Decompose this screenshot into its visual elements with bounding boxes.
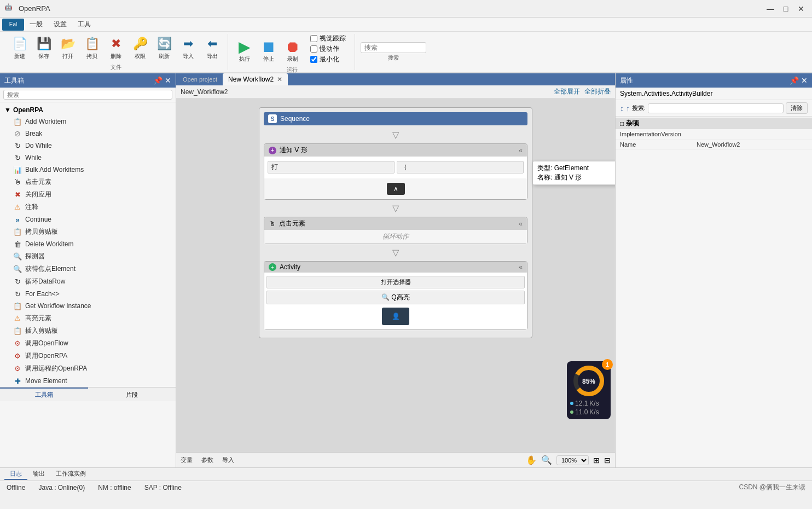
- ribbon-group-file: 📄 新建 💾 保存 📂 打开 📋 拷贝 ✖ 删除 🔑 权限: [4, 34, 228, 70]
- menu-item-general[interactable]: 一般: [24, 18, 48, 31]
- minimize-text: 最小化: [320, 55, 339, 64]
- zoom-icon[interactable]: 🔍: [541, 455, 552, 465]
- open-project-tab[interactable]: Open project: [178, 74, 222, 85]
- hand-icon[interactable]: ✋: [526, 455, 537, 465]
- highlight-button[interactable]: 🔍 Q高亮: [266, 291, 525, 304]
- variables-tab[interactable]: 变量: [181, 456, 193, 464]
- properties-search-input[interactable]: [648, 103, 784, 113]
- delete-button[interactable]: ✖ 删除: [105, 34, 127, 61]
- ribbon-search-input[interactable]: [361, 42, 426, 53]
- record-button[interactable]: ⏺ 录制: [282, 37, 304, 64]
- maximize-window-button[interactable]: □: [779, 3, 792, 14]
- new-workflow2-tab[interactable]: New Workflow2 ✕: [223, 73, 288, 85]
- copy-clipboard-icon: 📋: [13, 228, 22, 236]
- properties-header-icons: 📌 ✕: [790, 76, 808, 85]
- tree-item-while[interactable]: ↻ While: [0, 152, 176, 164]
- stop-button[interactable]: ⏹ 停止: [258, 37, 280, 64]
- notify-collapse-button[interactable]: ∧: [387, 183, 405, 195]
- tree-item-delete-workitem[interactable]: 🗑 Delete Workitem: [0, 238, 176, 250]
- notify-input-1[interactable]: 打: [268, 161, 395, 173]
- minimize-check-label[interactable]: 最小化: [310, 55, 346, 64]
- slow-motion-checkbox[interactable]: [310, 45, 317, 53]
- permission-button[interactable]: 🔑 权限: [129, 34, 151, 61]
- visual-trace-check-label[interactable]: 视觉跟踪: [310, 34, 346, 43]
- app-title: OpenRPA: [19, 4, 808, 13]
- tree-item-break[interactable]: ⊘ Break: [0, 128, 176, 140]
- tree-item-call-openrpa[interactable]: ⚙ 调用OpenRPA: [0, 350, 176, 362]
- tree-item-move-element[interactable]: ✚ Move Element: [0, 375, 176, 387]
- perf-percent-text: 85%: [582, 378, 595, 385]
- toolbox-pin-icon[interactable]: 📌: [153, 76, 163, 85]
- params-tab[interactable]: 参数: [201, 456, 213, 464]
- activity-title: Activity: [280, 263, 300, 271]
- toolbox-search-input[interactable]: [3, 90, 172, 100]
- visual-trace-checkbox[interactable]: [310, 35, 317, 42]
- tree-item-get-workflow-instance[interactable]: 📋 Get Workflow Instance: [0, 300, 176, 312]
- click-collapse-icon[interactable]: «: [519, 220, 523, 228]
- copy-button[interactable]: 📋 拷贝: [81, 34, 103, 61]
- imports-tab[interactable]: 导入: [222, 456, 234, 464]
- minimize-checkbox[interactable]: [310, 56, 317, 63]
- tree-item-loop-datarow[interactable]: ↻ 循环DataRow: [0, 275, 176, 288]
- notify-collapse-icon[interactable]: «: [519, 147, 523, 154]
- collapse-all-button[interactable]: 全部折叠: [584, 87, 611, 96]
- performance-widget: 1 85% 12.1 K/s 11.: [567, 361, 611, 419]
- properties-close-icon[interactable]: ✕: [801, 76, 808, 85]
- toolbox-tab-toolbox[interactable]: 工具箱: [0, 387, 88, 401]
- toolbox-tab-snippets[interactable]: 片段: [88, 387, 176, 401]
- tree-item-add-workitem[interactable]: 📋 Add Workitem: [0, 115, 176, 128]
- layout-icon-1[interactable]: ⊞: [593, 456, 600, 465]
- notify-input-2[interactable]: （: [397, 161, 524, 173]
- arrow-down-3: ▽: [264, 247, 527, 258]
- highlight-icon: ⚠: [13, 314, 22, 323]
- menu-item-tools[interactable]: 工具: [72, 18, 96, 31]
- close-window-button[interactable]: ✕: [794, 3, 808, 14]
- expand-all-button[interactable]: 全部展开: [554, 87, 580, 96]
- open-icon: 📂: [59, 35, 77, 53]
- refresh-button[interactable]: 🔄 刷新: [153, 34, 175, 61]
- workflow-actions: 全部展开 全部折叠: [554, 87, 611, 96]
- tree-item-call-openflow[interactable]: ⚙ 调用OpenFlow: [0, 337, 176, 350]
- workflow-instances-tab[interactable]: 工作流实例: [50, 468, 91, 480]
- slow-motion-check-label[interactable]: 慢动作: [310, 44, 346, 54]
- import-button[interactable]: ➡ 导入: [177, 34, 199, 61]
- save-button[interactable]: 💾 保存: [33, 34, 55, 61]
- new-button[interactable]: 📄 新建: [9, 34, 31, 61]
- tree-item-insert-clipboard[interactable]: 📋 插入剪贴板: [0, 325, 176, 337]
- workflow-canvas[interactable]: S Sequence ▽ + 通知 V 形 «: [176, 99, 615, 452]
- new-workflow2-tab-label: New Workflow2: [228, 76, 274, 83]
- toolbox-close-icon[interactable]: ✕: [165, 76, 171, 85]
- open-button[interactable]: 📂 打开: [57, 34, 79, 61]
- tree-item-comment[interactable]: ⚠ 注释: [0, 201, 176, 213]
- tree-item-click-element[interactable]: 🖱 点击元素: [0, 176, 176, 188]
- tree-item-continue[interactable]: » Continue: [0, 213, 176, 225]
- tree-item-get-focus[interactable]: 🔍 获得焦点Element: [0, 263, 176, 275]
- layout-icon-2[interactable]: ⊟: [604, 456, 611, 465]
- open-selector-button[interactable]: 打开选择器: [266, 276, 525, 288]
- app-logo-button[interactable]: Eal: [2, 19, 24, 31]
- activity-collapse-icon[interactable]: «: [519, 263, 523, 271]
- properties-clear-button[interactable]: 清除: [786, 102, 808, 114]
- tab-close-icon[interactable]: ✕: [277, 76, 282, 83]
- output-tab[interactable]: 输出: [27, 468, 50, 480]
- tree-item-highlight[interactable]: ⚠ 高亮元素: [0, 312, 176, 325]
- tree-item-do-while[interactable]: ↻ Do While: [0, 140, 176, 152]
- window-controls: — □ ✕: [764, 3, 808, 14]
- properties-pin-icon[interactable]: 📌: [790, 76, 799, 85]
- perf-donut-svg: 85%: [572, 365, 605, 397]
- tree-item-for-each[interactable]: ↻ For Each<>: [0, 288, 176, 300]
- menu-item-settings[interactable]: 设置: [48, 18, 72, 31]
- ribbon-file-buttons: 📄 新建 💾 保存 📂 打开 📋 拷贝 ✖ 删除 🔑 权限: [9, 34, 223, 61]
- tree-item-bulk-add[interactable]: 📊 Bulk Add Workitems: [0, 164, 176, 176]
- tree-root-openrpa[interactable]: ▼ OpenRPA: [0, 105, 176, 115]
- log-tab[interactable]: 日志: [4, 468, 27, 480]
- tree-item-detector[interactable]: 🔍 探测器: [0, 250, 176, 263]
- tree-item-copy-clipboard[interactable]: 📋 拷贝剪贴板: [0, 225, 176, 238]
- export-button[interactable]: ⬅ 导出: [201, 34, 223, 61]
- tree-item-call-remote[interactable]: ⚙ 调用远程的OpenRPA: [0, 362, 176, 375]
- run-button[interactable]: ▶ 执行: [234, 37, 256, 64]
- zoom-select[interactable]: 100% 75% 50% 125%: [556, 455, 589, 465]
- import-label: 导入: [183, 53, 194, 60]
- minimize-window-button[interactable]: —: [764, 3, 777, 14]
- tree-item-close-app[interactable]: ✖ 关闭应用: [0, 188, 176, 201]
